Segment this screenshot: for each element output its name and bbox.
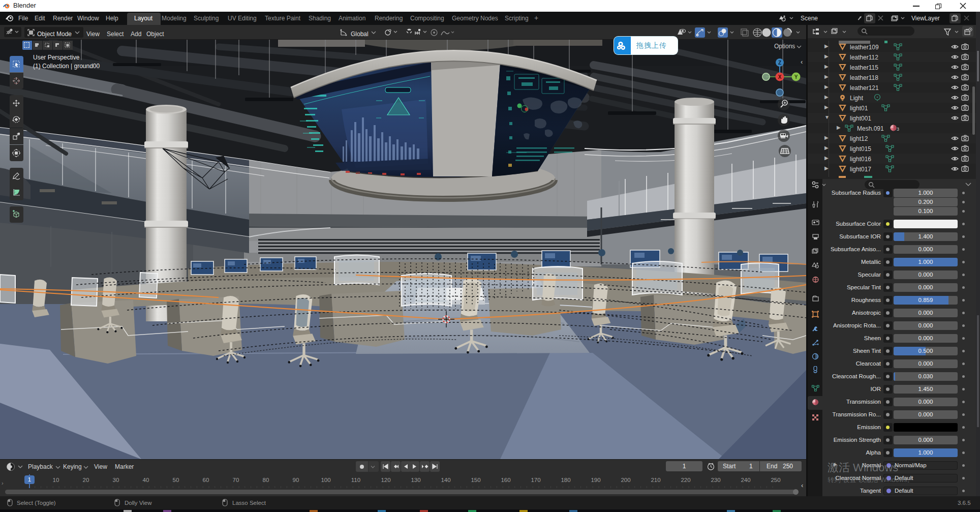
svg-text:X: X (778, 74, 782, 80)
svg-text:Y: Y (794, 74, 798, 80)
svg-text:Z: Z (778, 60, 781, 66)
